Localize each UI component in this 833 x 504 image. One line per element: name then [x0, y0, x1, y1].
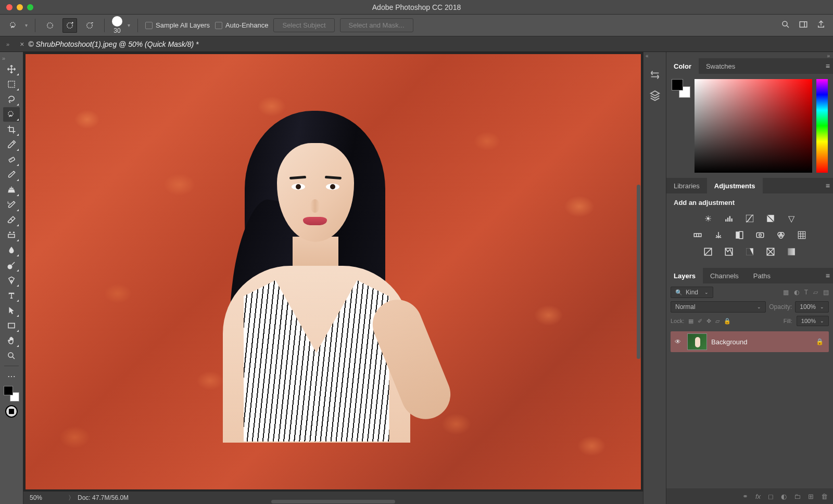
layer-filter-type[interactable]: 🔍Kind⌄	[671, 287, 713, 298]
color-lookup-icon[interactable]	[796, 229, 807, 241]
panels-collapse-icon[interactable]: »	[827, 53, 830, 59]
opacity-input[interactable]: 100%⌄	[795, 301, 829, 313]
tab-layers[interactable]: Layers	[666, 268, 703, 283]
lock-position-icon[interactable]: ✥	[706, 318, 711, 325]
tab-channels[interactable]: Channels	[703, 268, 746, 283]
marquee-tool[interactable]	[3, 77, 20, 92]
layer-thumbnail[interactable]	[687, 333, 707, 350]
minimize-window[interactable]	[17, 4, 23, 10]
vibrance-icon[interactable]: ▽	[786, 213, 797, 224]
channel-mixer-icon[interactable]	[775, 229, 787, 241]
invert-icon[interactable]	[702, 246, 714, 257]
layer-lock-icon[interactable]: 🔒	[816, 338, 824, 345]
layer-item-background[interactable]: 👁 Background 🔒	[671, 331, 829, 352]
color-balance-icon[interactable]	[713, 229, 724, 241]
levels-icon[interactable]	[723, 213, 735, 224]
history-panel-icon[interactable]	[647, 67, 663, 83]
gradient-tool[interactable]	[3, 228, 20, 242]
zoom-level[interactable]: 50%	[30, 494, 42, 501]
lasso-tool[interactable]	[3, 92, 20, 107]
quick-selection-tool[interactable]	[3, 107, 20, 122]
maximize-window[interactable]	[27, 4, 33, 10]
blend-mode-select[interactable]: Normal⌄	[671, 301, 766, 313]
document-canvas[interactable]	[26, 54, 641, 489]
zoom-tool[interactable]	[3, 348, 20, 363]
new-layer-icon[interactable]: ⊞	[808, 493, 814, 500]
filter-shape-icon[interactable]: ▱	[813, 289, 818, 296]
new-selection-icon[interactable]	[43, 18, 57, 33]
hue-slider[interactable]	[816, 79, 828, 173]
exposure-icon[interactable]	[765, 213, 776, 224]
tab-color[interactable]: Color	[666, 58, 699, 74]
photo-filter-icon[interactable]	[754, 229, 766, 241]
clone-stamp-tool[interactable]	[3, 183, 20, 197]
adjustments-panel-menu-icon[interactable]: ≡	[826, 182, 830, 190]
eraser-tool[interactable]	[3, 213, 20, 227]
link-layers-icon[interactable]: ⚭	[742, 493, 748, 500]
lock-all-icon[interactable]: 🔒	[724, 318, 731, 325]
tool-preset-picker[interactable]	[7, 19, 20, 32]
move-tool[interactable]	[3, 62, 20, 76]
curves-icon[interactable]	[744, 213, 755, 224]
posterize-icon[interactable]	[723, 246, 735, 257]
crop-tool[interactable]	[3, 122, 20, 137]
doc-info[interactable]: Doc: 47.7M/56.0M	[78, 494, 129, 501]
layer-style-icon[interactable]: fx	[755, 493, 761, 500]
dodge-tool[interactable]	[3, 258, 20, 273]
hand-tool[interactable]	[3, 333, 20, 348]
doc-info-chevron-icon[interactable]: 〉	[68, 494, 74, 501]
history-brush-tool[interactable]	[3, 198, 20, 212]
brightness-contrast-icon[interactable]: ☀	[702, 213, 714, 224]
path-selection-tool[interactable]	[3, 303, 20, 318]
eyedropper-tool[interactable]	[3, 137, 20, 152]
subtract-from-selection-icon[interactable]	[82, 18, 97, 33]
lock-image-icon[interactable]: ✐	[698, 318, 702, 325]
adjustment-layer-icon[interactable]: ◐	[781, 493, 787, 500]
add-to-selection-icon[interactable]	[62, 18, 77, 33]
blur-tool[interactable]	[3, 243, 20, 257]
tab-libraries[interactable]: Libraries	[666, 178, 707, 193]
toolbox-collapse-icon[interactable]: »	[2, 55, 5, 61]
select-subject-button[interactable]: Select Subject	[273, 18, 334, 32]
expand-tabbar-icon[interactable]: »	[6, 41, 9, 47]
selective-color-icon[interactable]	[786, 246, 797, 257]
tab-adjustments[interactable]: Adjustments	[707, 178, 763, 193]
close-window[interactable]	[6, 4, 12, 10]
color-panel-menu-icon[interactable]: ≡	[826, 62, 830, 70]
dock-collapse-icon[interactable]: «	[646, 53, 649, 59]
layer-name[interactable]: Background	[711, 338, 747, 346]
gradient-map-icon[interactable]	[765, 246, 776, 257]
fill-input[interactable]: 100%⌄	[797, 316, 829, 326]
vertical-scrollbar[interactable]	[637, 185, 640, 359]
select-and-mask-button[interactable]: Select and Mask...	[340, 18, 413, 32]
rectangle-tool[interactable]	[3, 318, 20, 333]
delete-layer-icon[interactable]: 🗑	[821, 493, 828, 500]
sample-all-layers-checkbox[interactable]: Sample All Layers	[145, 21, 210, 29]
brush-size-picker[interactable]: 30	[112, 16, 122, 34]
properties-panel-icon[interactable]	[647, 87, 663, 104]
edit-toolbar[interactable]: ⋯	[3, 369, 20, 383]
search-icon[interactable]	[781, 20, 790, 31]
share-icon[interactable]	[816, 20, 826, 31]
filter-pixel-icon[interactable]: ▦	[783, 289, 789, 296]
quick-mask-mode[interactable]	[5, 405, 18, 418]
color-fgbg[interactable]	[672, 79, 690, 98]
lock-artboard-icon[interactable]: ▱	[715, 318, 720, 325]
pen-tool[interactable]	[3, 273, 20, 288]
horizontal-scrollbar[interactable]	[271, 500, 395, 503]
filter-smart-icon[interactable]: ▤	[823, 289, 829, 296]
auto-enhance-checkbox[interactable]: Auto-Enhance	[215, 21, 268, 29]
document-tab[interactable]: © ShrubPhotoshoot(1).jpeg @ 50% (Quick M…	[28, 40, 198, 48]
foreground-background-color[interactable]	[4, 386, 19, 402]
healing-brush-tool[interactable]	[3, 152, 20, 167]
brush-tool[interactable]	[3, 167, 20, 182]
hue-saturation-icon[interactable]	[692, 229, 703, 241]
layers-panel-menu-icon[interactable]: ≡	[826, 272, 830, 280]
filter-adjustment-icon[interactable]: ◐	[794, 289, 799, 296]
layer-group-icon[interactable]: 🗀	[794, 493, 801, 500]
workspace-switcher-icon[interactable]	[799, 20, 808, 31]
filter-type-icon[interactable]: T	[804, 289, 808, 296]
layer-visibility-icon[interactable]: 👁	[673, 338, 683, 345]
type-tool[interactable]	[3, 288, 20, 303]
close-tab-icon[interactable]: ×	[20, 40, 24, 48]
